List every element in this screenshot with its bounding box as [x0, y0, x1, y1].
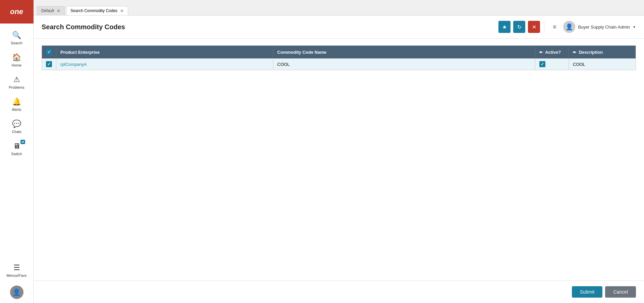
menu-button[interactable]: ≡: [548, 21, 560, 33]
search-icon: 🔍: [12, 31, 21, 40]
menus-icon: ☰: [13, 263, 20, 272]
col-header-product-enterprise: Product Enterprise: [56, 46, 273, 59]
table-header-row: Product Enterprise Commodity Code Name ✏…: [42, 46, 636, 59]
page-title: Search Commodity Codes: [42, 23, 498, 31]
col-header-commodity-code-name: Commodity Code Name: [273, 46, 535, 59]
hamburger-icon: ≡: [553, 24, 556, 31]
user-area: 👤 Buyer Supply Chain Admin ▼: [563, 21, 636, 33]
main-content: Default ✕ Search Commodity Codes ✕ Searc…: [34, 0, 644, 303]
user-avatar: 👤: [563, 21, 575, 33]
header-actions: ★ ↻ ✕ ≡ 👤 Buyer Supply Chain Admin: [498, 21, 636, 33]
page-header: Search Commodity Codes ★ ↻ ✕ ≡ 👤: [34, 15, 644, 39]
favorite-button[interactable]: ★: [498, 21, 511, 33]
header-checkbox[interactable]: [46, 49, 52, 55]
switch-badge: ⇄: [20, 140, 25, 144]
tab-search-commodity-codes[interactable]: Search Commodity Codes ✕: [66, 6, 128, 15]
tab-default[interactable]: Default ✕: [37, 6, 65, 15]
col-header-checkbox: [42, 46, 56, 59]
sidebar-item-label-switch: Switch: [11, 152, 22, 156]
tab-bar: Default ✕ Search Commodity Codes ✕: [34, 0, 644, 15]
col-label-commodity-code-name: Commodity Code Name: [277, 50, 327, 55]
edit-icon-active: ✏: [539, 50, 543, 55]
user-avatar-icon: 👤: [566, 23, 573, 31]
chats-icon: 💬: [12, 120, 21, 128]
col-label-description: Description: [579, 50, 603, 55]
sidebar-item-label-alerts: Alerts: [12, 107, 21, 112]
sidebar-item-label-home: Home: [12, 63, 21, 67]
dropdown-arrow[interactable]: ▼: [633, 25, 636, 29]
sidebar-item-label-problems: Problems: [9, 85, 24, 89]
col-header-description: ✏ Description: [569, 46, 636, 59]
avatar-circle: 👤: [10, 286, 23, 299]
close-icon: ✕: [532, 24, 536, 30]
row-description: COOL: [569, 58, 636, 70]
sidebar-item-switch[interactable]: 🖥 ⇄ Switch: [0, 138, 33, 160]
sidebar: one 🔍 Search 🏠 Home ⚠ Problems 🔔 Alerts …: [0, 0, 34, 303]
tab-default-label: Default: [41, 8, 54, 13]
col-label-active: Active?: [545, 50, 561, 55]
table-container: Product Enterprise Commodity Code Name ✏…: [34, 39, 644, 280]
table-body: rplCompanyA COOL COOL: [42, 58, 636, 70]
table-row: rplCompanyA COOL COOL: [42, 58, 636, 70]
footer-actions: Submit Cancel: [34, 280, 644, 303]
row-active: [535, 58, 569, 70]
logo-text: one: [10, 7, 23, 16]
tab-search-close[interactable]: ✕: [120, 9, 124, 13]
avatar-icon: 👤: [12, 288, 21, 296]
page-content: Search Commodity Codes ★ ↻ ✕ ≡ 👤: [34, 15, 644, 303]
user-name: Buyer Supply Chain Admin: [578, 25, 630, 30]
close-button[interactable]: ✕: [528, 21, 540, 33]
sidebar-item-alerts[interactable]: 🔔 Alerts: [0, 93, 33, 116]
star-icon: ★: [502, 24, 507, 30]
edit-icon-desc: ✏: [573, 50, 576, 55]
product-enterprise-link[interactable]: rplCompanyA: [60, 62, 87, 67]
sidebar-item-label-menus: Menus/Favs: [7, 273, 27, 277]
sidebar-item-menus-favs[interactable]: ☰ Menus/Favs: [0, 259, 33, 282]
alerts-icon: 🔔: [12, 97, 21, 106]
sidebar-item-user-avatar[interactable]: 👤: [8, 282, 25, 303]
row-checkbox-cell: [42, 58, 56, 70]
sidebar-item-label-search: Search: [11, 41, 22, 45]
col-label-product-enterprise: Product Enterprise: [60, 50, 100, 55]
row-commodity-code-name: COOL: [273, 58, 535, 70]
tab-default-close[interactable]: ✕: [57, 9, 60, 13]
table-header: Product Enterprise Commodity Code Name ✏…: [42, 46, 636, 59]
commodity-code-name-value: COOL: [277, 62, 290, 67]
submit-button[interactable]: Submit: [572, 286, 603, 298]
commodity-codes-table: Product Enterprise Commodity Code Name ✏…: [42, 45, 636, 70]
cancel-button[interactable]: Cancel: [605, 286, 636, 298]
app-logo[interactable]: one: [0, 0, 34, 24]
tab-search-label: Search Commodity Codes: [70, 8, 117, 13]
home-icon: 🏠: [12, 53, 21, 62]
col-header-active: ✏ Active?: [535, 46, 569, 59]
header-divider: [544, 22, 544, 32]
sidebar-item-search[interactable]: 🔍 Search: [0, 27, 33, 49]
switch-icon: 🖥: [13, 142, 20, 150]
sidebar-item-home[interactable]: 🏠 Home: [0, 49, 33, 71]
refresh-icon: ↻: [517, 24, 522, 30]
description-value: COOL: [573, 62, 585, 67]
row-product-enterprise: rplCompanyA: [56, 58, 273, 70]
row-active-checkbox[interactable]: [539, 61, 545, 67]
refresh-button[interactable]: ↻: [513, 21, 525, 33]
row-checkbox[interactable]: [46, 61, 52, 67]
sidebar-item-problems[interactable]: ⚠ Problems: [0, 71, 33, 93]
sidebar-item-label-chats: Chats: [12, 130, 21, 134]
sidebar-item-chats[interactable]: 💬 Chats: [0, 116, 33, 138]
problems-icon: ⚠: [13, 75, 20, 84]
